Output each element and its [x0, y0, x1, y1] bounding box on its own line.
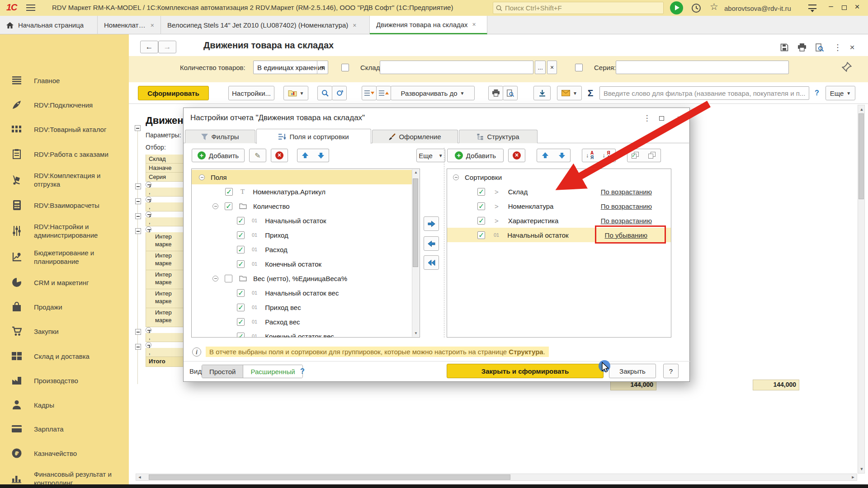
print-preview-button[interactable] — [503, 86, 518, 100]
row-expander-icon[interactable] — [135, 213, 141, 219]
field-row[interactable]: 01Приход — [192, 228, 420, 242]
search-in-report-button[interactable] — [317, 86, 332, 100]
sidebar-item-rdv-nastroyki[interactable]: RDV:Настройки и администрирование — [0, 220, 129, 242]
row-expander-icon[interactable] — [135, 198, 141, 204]
fields-root-row[interactable]: Поля — [192, 170, 412, 184]
sidebar-item-rdv-otgruzka[interactable]: RDV:Комплектация и отгрузка — [0, 169, 129, 191]
sorting-row[interactable]: >НоменклатураПо возрастанию — [447, 199, 671, 213]
tree-scrollbar[interactable]: ▲ ▼ — [412, 169, 419, 337]
sorting-root-row[interactable]: Сортировки — [447, 170, 671, 184]
collapse-icon[interactable] — [212, 276, 218, 282]
table-row[interactable]: Адресны — [146, 197, 151, 202]
collapse-icon[interactable] — [199, 174, 205, 180]
main-menu-icon[interactable] — [26, 5, 35, 11]
collapse-icon[interactable] — [453, 174, 459, 180]
save-icon[interactable] — [778, 42, 790, 52]
report-variants-button[interactable]: ▼ — [283, 86, 308, 100]
dialog-close-button[interactable]: × — [675, 113, 684, 123]
row-expander-icon[interactable] — [135, 183, 141, 189]
print-button[interactable] — [488, 86, 503, 100]
scroll-down-icon[interactable]: ▼ — [412, 330, 420, 337]
checkbox-checked[interactable] — [477, 202, 485, 210]
table-row[interactable]: Склад м — [146, 226, 151, 232]
tab-velosiped[interactable]: Велосипед Stels 14" Jet Z010 (LU087402) … — [161, 16, 370, 34]
scroll-left-icon[interactable]: ◄ — [136, 474, 143, 480]
sidebar-item-budget[interactable]: Бюджетирование и планирование — [0, 246, 129, 268]
search-next-button[interactable] — [332, 86, 347, 100]
field-row[interactable]: 01Расход вес — [192, 314, 420, 329]
table-row[interactable]: Склад О — [146, 327, 151, 333]
sorting-move-down-button[interactable] — [553, 149, 571, 162]
send-mail-button[interactable]: ▼ — [557, 86, 582, 100]
close-and-generate-button[interactable]: Закрыть и сформировать — [447, 364, 604, 378]
checkbox-unchecked[interactable] — [225, 275, 232, 282]
row-expander-icon[interactable] — [135, 228, 141, 234]
move-all-to-fields-button[interactable] — [424, 255, 439, 270]
interface-settings-icon[interactable] — [808, 5, 816, 9]
fields-more-button[interactable]: Еще▼ — [416, 149, 445, 162]
nav-forward-button[interactable]: → — [158, 41, 176, 53]
discussions-icon[interactable] — [670, 1, 683, 14]
sorting-row[interactable]: >СкладПо возрастанию — [447, 184, 671, 199]
tab-close-icon[interactable]: × — [151, 22, 154, 29]
minimize-button[interactable]: – — [826, 2, 836, 11]
collapse-levels-button[interactable] — [362, 86, 377, 100]
field-row[interactable]: 01Расход — [192, 242, 420, 257]
chevron-down-icon[interactable]: ▼ — [317, 61, 328, 74]
field-row[interactable]: 01Приход вес — [192, 300, 420, 314]
scroll-up-icon[interactable]: ▲ — [858, 106, 865, 113]
qty-select[interactable]: В единицах хранения ▼ — [253, 61, 328, 74]
uncheck-all-button[interactable] — [644, 149, 661, 162]
field-group-row[interactable]: Вес (нетто), %ЕдиницаВеса% — [192, 271, 420, 286]
favorites-star-icon[interactable]: ☆ — [710, 2, 718, 12]
field-row[interactable]: 01Начальный остаток вес — [192, 286, 420, 300]
tab-dvizheniya-active[interactable]: Движения товара на складах × — [370, 16, 487, 34]
dialog-more-icon[interactable]: ⋮ — [642, 113, 652, 123]
warehouse-clear-button[interactable]: × — [547, 61, 557, 74]
check-all-button[interactable]: ✓ — [627, 149, 644, 162]
maximize-button[interactable] — [842, 5, 847, 10]
scrollbar-thumb[interactable] — [149, 474, 510, 480]
sidebar-item-crm[interactable]: CRM и маркетинг — [0, 271, 129, 294]
pin-icon[interactable] — [842, 62, 852, 74]
warehouse-checkbox[interactable] — [341, 64, 349, 71]
fields-delete-button[interactable]: × — [271, 149, 288, 162]
fields-move-down-button[interactable] — [313, 149, 329, 162]
tab-home[interactable]: Начальная страница — [0, 16, 98, 34]
fields-edit-button[interactable]: ✎ — [249, 149, 266, 162]
scroll-up-icon[interactable]: ▲ — [412, 169, 420, 176]
field-row[interactable]: 01Конечный остаток — [192, 257, 420, 271]
checkbox-checked[interactable] — [237, 260, 245, 268]
checkbox-checked[interactable] — [237, 318, 245, 326]
field-group-row[interactable]: Количество — [192, 199, 420, 213]
horizontal-scrollbar[interactable]: ◄ ► — [136, 474, 857, 481]
expand-levels-button[interactable] — [376, 86, 391, 100]
global-search-input[interactable]: Поиск Ctrl+Shift+F — [493, 2, 664, 14]
tab-nomenklatura[interactable]: Номенклатура × — [98, 16, 161, 34]
tab-fields-sorting[interactable]: Поля и сортировки — [256, 129, 371, 144]
checkbox-checked[interactable] — [237, 289, 245, 297]
dialog-maximize-button[interactable] — [659, 116, 664, 121]
report-group-expander-icon[interactable] — [135, 125, 141, 131]
nav-back-button[interactable]: ← — [140, 41, 158, 53]
move-to-fields-button[interactable] — [424, 236, 439, 251]
more-button[interactable]: Еще▼ — [826, 86, 855, 100]
sidebar-item-rdv-podklyucheniya[interactable]: RDV:Подключения — [0, 94, 129, 116]
warehouse-input[interactable] — [380, 61, 533, 74]
sorting-add-button[interactable]: +Добавить — [447, 149, 504, 162]
checkbox-checked[interactable] — [225, 202, 232, 210]
quick-filter-input[interactable]: Введите слово для фильтра (название това… — [599, 86, 809, 100]
sidebar-item-zarplata[interactable]: Зарплата — [0, 418, 129, 440]
sidebar-item-rdv-vzaimoraschety[interactable]: RDV:Взаиморасчеты — [0, 194, 129, 216]
scrollbar-thumb[interactable] — [413, 178, 418, 267]
checkbox-checked[interactable] — [237, 231, 245, 239]
move-to-sorting-button[interactable] — [424, 216, 439, 231]
checkbox-checked[interactable] — [477, 188, 485, 196]
sort-direction-link[interactable]: По возрастанию — [601, 188, 652, 196]
tab-filters[interactable]: Фильтры — [185, 130, 255, 143]
checkbox-checked[interactable] — [225, 188, 233, 196]
dialog-help-button[interactable]: ? — [663, 364, 679, 378]
sum-button[interactable]: Σ — [585, 86, 596, 100]
checkbox-checked[interactable] — [237, 304, 245, 311]
sidebar-item-kadry[interactable]: Кадры — [0, 394, 129, 416]
